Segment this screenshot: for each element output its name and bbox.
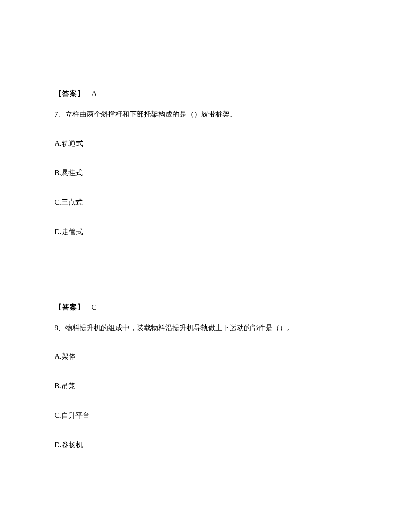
question-8-stem: 8、物料提升机的组成中，装载物料沿提升机导轨做上下运动的部件是（）。 [55, 322, 356, 334]
question-text: 立柱由两个斜撑杆和下部托架构成的是（）履带桩架。 [65, 110, 237, 118]
option-letter: A. [55, 139, 62, 147]
section-gap [55, 256, 356, 303]
option-letter: D. [55, 228, 62, 235]
document-content: 【答案】 A 7、立柱由两个斜撑杆和下部托架构成的是（）履带桩架。 A.轨道式 … [0, 0, 411, 450]
answer-block-1: 【答案】 A [55, 89, 356, 99]
option-text: 卷扬机 [62, 441, 83, 448]
question-7-option-b: B.悬挂式 [55, 168, 356, 178]
question-7-option-d: D.走管式 [55, 226, 356, 237]
option-text: 悬挂式 [61, 169, 83, 176]
question-8-option-b: B.吊笼 [55, 381, 356, 391]
option-letter: B. [55, 169, 61, 176]
answer-block-2: 【答案】 C [55, 303, 356, 312]
question-7-option-a: A.轨道式 [55, 138, 356, 149]
option-text: 自升平台 [61, 411, 90, 419]
option-letter: C. [55, 411, 61, 419]
option-text: 吊笼 [61, 382, 75, 390]
option-text: 轨道式 [62, 139, 83, 147]
question-separator: 、 [58, 110, 65, 118]
option-letter: A. [55, 352, 62, 360]
answer-value: A [92, 90, 97, 97]
option-letter: C. [55, 198, 61, 206]
question-8-option-a: A.架体 [55, 351, 356, 362]
option-text: 架体 [62, 352, 76, 360]
question-separator: 、 [58, 324, 65, 331]
answer-label: 【答案】 [55, 303, 85, 311]
answer-label: 【答案】 [55, 90, 85, 97]
question-number: 8 [55, 324, 58, 331]
option-letter: B. [55, 382, 61, 390]
question-8-option-c: C.自升平台 [55, 410, 356, 421]
question-8-option-d: D.卷扬机 [55, 440, 356, 450]
question-7-stem: 7、立柱由两个斜撑杆和下部托架构成的是（）履带桩架。 [55, 109, 356, 120]
question-7-option-c: C.三点式 [55, 197, 356, 208]
option-text: 三点式 [61, 198, 83, 206]
option-text: 走管式 [62, 228, 83, 235]
option-letter: D. [55, 441, 62, 448]
question-number: 7 [55, 110, 58, 118]
answer-value: C [92, 303, 97, 311]
question-text: 物料提升机的组成中，装载物料沿提升机导轨做上下运动的部件是（）。 [65, 324, 294, 331]
